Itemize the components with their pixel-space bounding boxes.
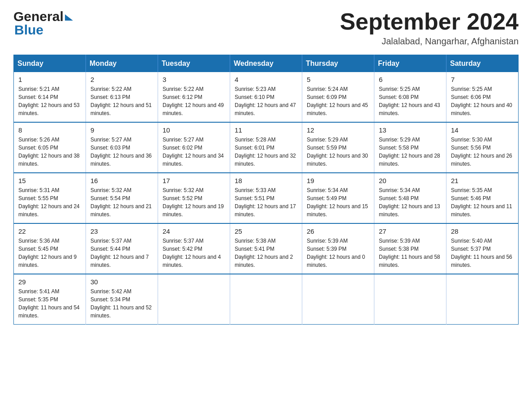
calendar-day-cell: 5 Sunrise: 5:24 AMSunset: 6:09 PMDayligh… xyxy=(302,72,374,122)
day-info: Sunrise: 5:38 AMSunset: 5:41 PMDaylight:… xyxy=(235,237,297,269)
logo-arrow-icon xyxy=(65,14,73,21)
month-title: September 2024 xyxy=(340,9,519,34)
calendar-header-row: SundayMondayTuesdayWednesdayThursdayFrid… xyxy=(14,55,519,73)
day-info: Sunrise: 5:28 AMSunset: 6:01 PMDaylight:… xyxy=(235,136,297,168)
day-info: Sunrise: 5:37 AMSunset: 5:44 PMDaylight:… xyxy=(90,237,153,269)
day-number: 9 xyxy=(90,126,153,134)
day-info: Sunrise: 5:24 AMSunset: 6:09 PMDaylight:… xyxy=(307,85,369,117)
logo-blue-text: Blue xyxy=(13,22,73,38)
day-number: 15 xyxy=(18,177,81,184)
day-info: Sunrise: 5:27 AMSunset: 6:02 PMDaylight:… xyxy=(163,136,225,168)
calendar-day-cell: 28 Sunrise: 5:40 AMSunset: 5:37 PMDaylig… xyxy=(446,223,519,274)
calendar-day-cell: 19 Sunrise: 5:34 AMSunset: 5:49 PMDaylig… xyxy=(302,173,374,223)
day-number: 27 xyxy=(379,227,442,235)
day-info: Sunrise: 5:21 AMSunset: 6:14 PMDaylight:… xyxy=(18,85,81,117)
day-info: Sunrise: 5:41 AMSunset: 5:35 PMDaylight:… xyxy=(18,287,81,320)
weekday-header-thursday: Thursday xyxy=(302,55,374,73)
day-info: Sunrise: 5:22 AMSunset: 6:13 PMDaylight:… xyxy=(90,85,153,117)
calendar-day-cell xyxy=(302,274,374,325)
weekday-header-friday: Friday xyxy=(374,55,446,73)
day-info: Sunrise: 5:29 AMSunset: 5:58 PMDaylight:… xyxy=(379,136,442,168)
day-info: Sunrise: 5:34 AMSunset: 5:49 PMDaylight:… xyxy=(307,186,369,218)
calendar-day-cell: 11 Sunrise: 5:28 AMSunset: 6:01 PMDaylig… xyxy=(230,122,302,173)
calendar-day-cell: 6 Sunrise: 5:25 AMSunset: 6:08 PMDayligh… xyxy=(374,72,446,122)
day-number: 2 xyxy=(90,76,153,83)
day-number: 14 xyxy=(451,126,514,134)
calendar-day-cell: 7 Sunrise: 5:25 AMSunset: 6:06 PMDayligh… xyxy=(446,72,519,122)
calendar-week-row: 15 Sunrise: 5:31 AMSunset: 5:55 PMDaylig… xyxy=(14,173,519,223)
calendar-week-row: 1 Sunrise: 5:21 AMSunset: 6:14 PMDayligh… xyxy=(14,72,519,122)
day-number: 24 xyxy=(163,227,225,235)
weekday-header-tuesday: Tuesday xyxy=(158,55,230,73)
day-info: Sunrise: 5:31 AMSunset: 5:55 PMDaylight:… xyxy=(18,186,81,218)
calendar-day-cell: 23 Sunrise: 5:37 AMSunset: 5:44 PMDaylig… xyxy=(86,223,158,274)
calendar-day-cell: 24 Sunrise: 5:37 AMSunset: 5:42 PMDaylig… xyxy=(158,223,230,274)
calendar-day-cell: 17 Sunrise: 5:32 AMSunset: 5:52 PMDaylig… xyxy=(158,173,230,223)
calendar-table: SundayMondayTuesdayWednesdayThursdayFrid… xyxy=(13,55,519,325)
day-info: Sunrise: 5:42 AMSunset: 5:34 PMDaylight:… xyxy=(90,287,153,320)
calendar-day-cell: 30 Sunrise: 5:42 AMSunset: 5:34 PMDaylig… xyxy=(86,274,158,325)
day-number: 30 xyxy=(90,278,153,286)
day-number: 21 xyxy=(451,177,514,184)
day-number: 20 xyxy=(379,177,442,184)
calendar-day-cell xyxy=(446,274,519,325)
calendar-week-row: 29 Sunrise: 5:41 AMSunset: 5:35 PMDaylig… xyxy=(14,274,519,325)
calendar-day-cell: 22 Sunrise: 5:36 AMSunset: 5:45 PMDaylig… xyxy=(14,223,86,274)
day-info: Sunrise: 5:23 AMSunset: 6:10 PMDaylight:… xyxy=(235,85,297,117)
calendar-day-cell: 12 Sunrise: 5:29 AMSunset: 5:59 PMDaylig… xyxy=(302,122,374,173)
day-number: 3 xyxy=(163,76,225,83)
day-number: 28 xyxy=(451,227,514,235)
calendar-day-cell xyxy=(230,274,302,325)
calendar-week-row: 22 Sunrise: 5:36 AMSunset: 5:45 PMDaylig… xyxy=(14,223,519,274)
day-number: 17 xyxy=(163,177,225,184)
day-number: 16 xyxy=(90,177,153,184)
day-number: 19 xyxy=(307,177,369,184)
title-block: September 2024 Jalalabad, Nangarhar, Afg… xyxy=(340,9,519,47)
day-info: Sunrise: 5:25 AMSunset: 6:06 PMDaylight:… xyxy=(451,85,514,117)
day-info: Sunrise: 5:39 AMSunset: 5:38 PMDaylight:… xyxy=(379,237,442,269)
day-number: 11 xyxy=(235,126,297,134)
calendar-day-cell: 2 Sunrise: 5:22 AMSunset: 6:13 PMDayligh… xyxy=(86,72,158,122)
day-info: Sunrise: 5:30 AMSunset: 5:56 PMDaylight:… xyxy=(451,136,514,168)
weekday-header-wednesday: Wednesday xyxy=(230,55,302,73)
calendar-day-cell: 18 Sunrise: 5:33 AMSunset: 5:51 PMDaylig… xyxy=(230,173,302,223)
day-number: 29 xyxy=(18,278,81,286)
day-number: 5 xyxy=(307,76,369,83)
calendar-day-cell: 15 Sunrise: 5:31 AMSunset: 5:55 PMDaylig… xyxy=(14,173,86,223)
page-header: General Blue September 2024 Jalalabad, N… xyxy=(13,9,519,47)
day-number: 13 xyxy=(379,126,442,134)
day-number: 18 xyxy=(235,177,297,184)
day-number: 23 xyxy=(90,227,153,235)
calendar-day-cell: 29 Sunrise: 5:41 AMSunset: 5:35 PMDaylig… xyxy=(14,274,86,325)
day-info: Sunrise: 5:32 AMSunset: 5:52 PMDaylight:… xyxy=(163,186,225,218)
day-info: Sunrise: 5:27 AMSunset: 6:03 PMDaylight:… xyxy=(90,136,153,168)
calendar-day-cell: 25 Sunrise: 5:38 AMSunset: 5:41 PMDaylig… xyxy=(230,223,302,274)
weekday-header-sunday: Sunday xyxy=(14,55,86,73)
calendar-day-cell: 26 Sunrise: 5:39 AMSunset: 5:39 PMDaylig… xyxy=(302,223,374,274)
day-info: Sunrise: 5:33 AMSunset: 5:51 PMDaylight:… xyxy=(235,186,297,218)
day-number: 25 xyxy=(235,227,297,235)
day-info: Sunrise: 5:39 AMSunset: 5:39 PMDaylight:… xyxy=(307,237,369,269)
logo-general-text: General xyxy=(13,9,64,24)
day-info: Sunrise: 5:34 AMSunset: 5:48 PMDaylight:… xyxy=(379,186,442,218)
day-number: 22 xyxy=(18,227,81,235)
day-number: 12 xyxy=(307,126,369,134)
calendar-day-cell: 3 Sunrise: 5:22 AMSunset: 6:12 PMDayligh… xyxy=(158,72,230,122)
calendar-day-cell: 10 Sunrise: 5:27 AMSunset: 6:02 PMDaylig… xyxy=(158,122,230,173)
day-number: 26 xyxy=(307,227,369,235)
weekday-header-monday: Monday xyxy=(86,55,158,73)
day-number: 4 xyxy=(235,76,297,83)
day-info: Sunrise: 5:29 AMSunset: 5:59 PMDaylight:… xyxy=(307,136,369,168)
calendar-week-row: 8 Sunrise: 5:26 AMSunset: 6:05 PMDayligh… xyxy=(14,122,519,173)
weekday-header-saturday: Saturday xyxy=(446,55,519,73)
day-info: Sunrise: 5:25 AMSunset: 6:08 PMDaylight:… xyxy=(379,85,442,117)
logo: General Blue xyxy=(13,9,73,38)
calendar-day-cell: 21 Sunrise: 5:35 AMSunset: 5:46 PMDaylig… xyxy=(446,173,519,223)
calendar-day-cell xyxy=(374,274,446,325)
calendar-day-cell: 16 Sunrise: 5:32 AMSunset: 5:54 PMDaylig… xyxy=(86,173,158,223)
calendar-day-cell xyxy=(158,274,230,325)
day-number: 6 xyxy=(379,76,442,83)
calendar-day-cell: 8 Sunrise: 5:26 AMSunset: 6:05 PMDayligh… xyxy=(14,122,86,173)
calendar-day-cell: 4 Sunrise: 5:23 AMSunset: 6:10 PMDayligh… xyxy=(230,72,302,122)
location-title: Jalalabad, Nangarhar, Afghanistan xyxy=(340,36,519,47)
